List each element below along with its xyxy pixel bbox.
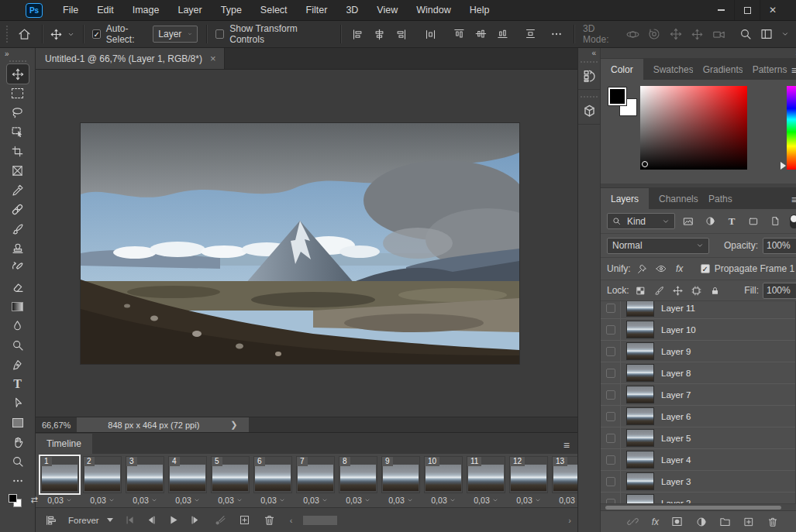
frame-duration[interactable]: 0,03 [559,496,577,505]
blur-tool[interactable] [7,316,29,335]
timeline-menu-icon[interactable]: ≡ [563,441,570,449]
timeline-frame[interactable]: 10 0,03 [422,456,464,507]
timeline-frame[interactable]: 12 0,03 [508,456,550,507]
layer-thumbnail[interactable] [627,408,653,424]
new-group-button[interactable] [719,516,731,527]
align-right-button[interactable] [392,25,409,43]
layer-thumbnail[interactable] [627,321,653,338]
distribute-v-button[interactable] [521,26,539,43]
add-layer-mask-button[interactable] [671,516,683,527]
menu-item[interactable]: Select [251,0,297,20]
layer-filtering-toggle[interactable] [790,215,796,228]
hue-slider[interactable] [787,86,796,170]
timeline-frame[interactable]: 7 0,03 [295,456,336,507]
visibility-well[interactable] [601,362,621,383]
foreground-color-swatch[interactable] [9,494,17,503]
layer-name[interactable]: Layer 5 [661,434,691,443]
auto-select-dropdown[interactable]: Layer [153,26,198,43]
frame-duration[interactable]: 0,03 [218,496,242,505]
color-panel-tab[interactable]: Swatches [643,59,693,80]
minimize-button[interactable] [708,0,734,20]
lasso-tool[interactable] [7,103,29,122]
swap-colors-icon[interactable]: ⇄ [31,495,38,505]
path-selection-tool[interactable] [7,393,29,413]
collapse-panels-button[interactable]: « [578,48,600,58]
timeline-scrollbar[interactable]: ‹ › [290,515,571,526]
frame-duration[interactable]: 0,03 [516,496,540,505]
zoom-tool[interactable] [7,451,29,471]
filter-type-layers-button[interactable]: T [723,214,740,229]
play-button[interactable] [164,512,183,529]
timeline-frame[interactable]: 4 0,03 [167,456,208,507]
color-picker-cursor[interactable] [642,161,648,167]
visibility-well[interactable] [601,384,621,405]
unify-style-button[interactable]: fx [673,261,687,276]
more-align-options-button[interactable] [548,25,565,43]
filter-adjustment-layers-button[interactable] [701,214,718,229]
lock-pixels-button[interactable] [653,283,667,298]
layer-row[interactable]: Layer 3 [601,471,795,493]
filter-shape-layers-button[interactable] [745,214,762,229]
marquee-tool[interactable] [7,84,29,103]
visibility-checkbox[interactable] [606,455,615,465]
frame-duration[interactable]: 0,03 [133,496,157,505]
align-bottom-button[interactable] [494,26,512,43]
opacity-dropdown[interactable]: 100% [763,238,796,254]
link-layers-button[interactable] [627,516,639,527]
visibility-checkbox[interactable] [606,434,615,443]
color-panel-tab[interactable]: Color [601,59,643,80]
maximize-button[interactable] [734,0,760,20]
menu-item[interactable]: Filter [297,0,337,20]
layer-row[interactable]: Layer 4 [601,449,795,471]
rectangle-tool[interactable] [7,413,29,432]
timeline-frame[interactable]: 6 0,03 [252,456,294,507]
propagate-frame-checkbox[interactable]: ✓ [701,264,710,273]
layer-name[interactable]: Layer 10 [661,325,696,335]
layer-thumbnail[interactable] [627,343,653,359]
filter-type-dropdown[interactable]: Kind [607,213,675,229]
timeline-tab[interactable]: Timeline [36,434,92,454]
first-frame-button[interactable] [121,512,140,529]
history-brush-tool[interactable] [7,258,29,277]
timeline-frame[interactable]: 8 0,03 [337,456,379,507]
3d-pan-icon[interactable] [667,25,684,43]
visibility-well[interactable] [601,493,621,503]
frame-duration[interactable]: 0,03 [431,496,455,505]
visibility-checkbox[interactable] [606,325,615,335]
3d-roll-icon[interactable] [646,25,663,43]
layer-name[interactable]: Layer 11 [661,304,695,313]
convert-to-video-timeline-button[interactable] [42,512,60,529]
gradient-tool[interactable] [7,297,29,316]
frame-tool[interactable] [7,161,29,180]
align-left-button[interactable] [350,25,367,43]
move-tool[interactable] [7,64,29,84]
timeline-frame[interactable]: 13 0,03 [550,456,577,507]
close-tab-icon[interactable]: × [210,53,216,64]
menu-item[interactable]: Edit [88,0,123,20]
canvas-image[interactable] [81,123,519,364]
frame-duration[interactable]: 0,03 [175,496,199,505]
unify-visibility-button[interactable] [654,261,668,276]
visibility-well[interactable] [601,319,621,340]
layer-name[interactable]: Layer 4 [661,455,691,465]
layer-name[interactable]: Layer 3 [661,477,691,486]
layer-name[interactable]: Layer 8 [661,369,691,378]
visibility-checkbox[interactable] [606,304,615,313]
hand-tool[interactable] [7,432,29,451]
layer-thumbnail[interactable] [627,386,653,403]
3d-camera-icon[interactable] [711,25,728,43]
3d-orbit-icon[interactable] [624,25,641,43]
delete-layer-button[interactable] [767,517,778,527]
scroll-left-icon[interactable]: ‹ [290,516,293,525]
loop-count-dropdown[interactable]: Forever [64,516,118,525]
layer-thumbnail[interactable] [627,473,653,489]
visibility-well[interactable] [601,471,621,492]
duplicate-frame-button[interactable] [236,512,254,529]
filter-smart-objects-button[interactable] [767,214,784,229]
frame-duration[interactable]: 0,03 [346,496,370,505]
foreground-color-swatch[interactable] [608,88,626,105]
frame-duration[interactable]: 0,03 [260,496,284,505]
new-layer-button[interactable] [743,517,754,527]
timeline-scroll-track[interactable] [297,515,563,526]
3d-slide-icon[interactable] [689,25,706,43]
